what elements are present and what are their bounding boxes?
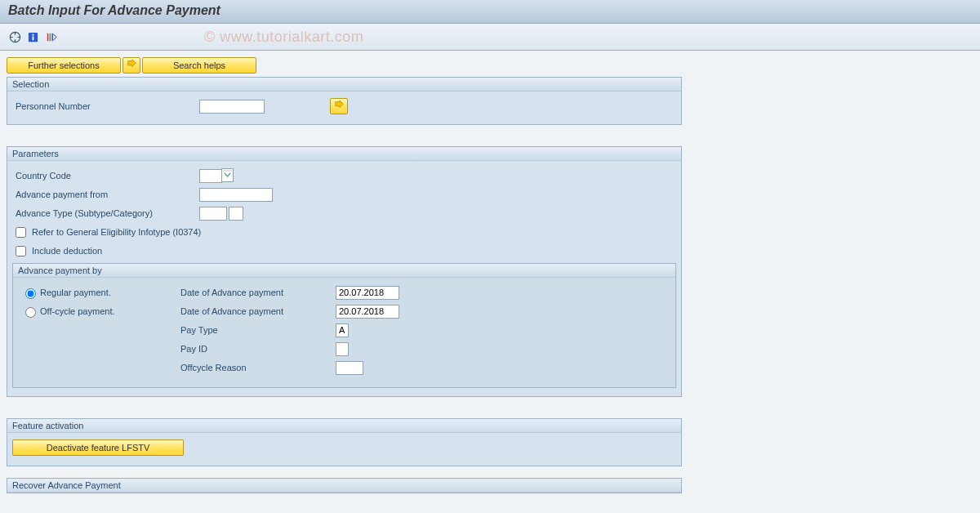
svg-rect-3	[32, 33, 33, 35]
date-regular-label: Date of Advance payment	[180, 288, 283, 297]
selection-group-title: Selection	[7, 78, 681, 91]
list-icon[interactable]	[44, 30, 57, 43]
multiple-selection-button[interactable]	[330, 98, 348, 114]
svg-rect-6	[51, 33, 52, 40]
offcycle-payment-label: Off-cycle payment.	[40, 306, 115, 316]
pay-id-label: Pay ID	[180, 344, 207, 354]
date-offcycle-input[interactable]	[336, 305, 399, 319]
advance-type-subtype-input[interactable]	[199, 207, 227, 221]
further-selections-label: Further selections	[28, 60, 99, 70]
include-deduction-label: Include deduction	[32, 246, 102, 256]
search-helps-label: Search helps	[173, 60, 225, 70]
personnel-number-input[interactable]	[199, 100, 265, 114]
execute-icon[interactable]	[8, 30, 21, 43]
selection-groupbox: Selection Personnel Number	[7, 77, 682, 125]
regular-payment-radio[interactable]	[25, 288, 36, 299]
app-toolbar	[0, 24, 980, 51]
personnel-number-label: Personnel Number	[12, 101, 199, 111]
content-area: Further selections Search helps Selectio…	[0, 51, 980, 511]
pay-type-input[interactable]	[336, 323, 349, 337]
offcycle-reason-label: Offcycle Reason	[180, 363, 247, 372]
date-offcycle-label: Date of Advance payment	[180, 306, 283, 316]
arrow-right-icon	[125, 59, 138, 72]
advance-from-label: Advance payment from	[12, 190, 199, 199]
date-regular-input[interactable]	[336, 286, 399, 300]
advance-payment-by-title: Advance payment by	[13, 264, 675, 278]
further-selections-arrow-button[interactable]	[122, 57, 140, 74]
page-title: Batch Input For Advance Payment	[8, 3, 220, 17]
info-icon[interactable]	[26, 30, 39, 43]
search-helps-button[interactable]: Search helps	[142, 57, 256, 74]
offcycle-reason-input[interactable]	[336, 361, 363, 375]
refer-eligibility-checkbox[interactable]	[16, 227, 26, 238]
advance-type-label: Advance Type (Subtype/Category)	[12, 208, 199, 218]
recover-group-title: Recover Advance Payment	[7, 479, 681, 493]
deactivate-feature-label: Deactivate feature LFSTV	[47, 443, 150, 453]
feature-activation-groupbox: Feature activation Deactivate feature LF…	[7, 418, 682, 466]
arrow-right-icon	[332, 100, 345, 113]
advance-type-category-input[interactable]	[229, 207, 243, 221]
refer-eligibility-label: Refer to General Eligibility Infotype (I…	[32, 227, 201, 237]
parameters-group-title: Parameters	[7, 147, 681, 161]
page-title-bar: Batch Input For Advance Payment	[0, 0, 980, 24]
top-button-row: Further selections Search helps	[7, 57, 973, 74]
recover-groupbox: Recover Advance Payment	[7, 478, 682, 493]
svg-rect-5	[49, 33, 50, 40]
include-deduction-checkbox[interactable]	[16, 246, 26, 256]
country-code-input[interactable]	[199, 169, 222, 183]
advance-from-input[interactable]	[199, 188, 273, 202]
advance-payment-by-subgroup: Advance payment by Regular payment. Date…	[12, 263, 676, 388]
pay-id-input[interactable]	[336, 342, 349, 356]
deactivate-feature-button[interactable]: Deactivate feature LFSTV	[12, 439, 184, 456]
svg-rect-4	[47, 33, 47, 40]
offcycle-payment-radio[interactable]	[25, 307, 36, 318]
regular-payment-label: Regular payment.	[40, 288, 111, 297]
pay-type-label: Pay Type	[180, 325, 218, 335]
further-selections-button[interactable]: Further selections	[7, 57, 121, 74]
country-code-label: Country Code	[12, 171, 199, 181]
f4-help-icon[interactable]	[221, 168, 234, 184]
feature-activation-title: Feature activation	[7, 419, 681, 433]
svg-rect-2	[32, 36, 33, 40]
parameters-groupbox: Parameters Country Code Advance payment …	[7, 146, 682, 397]
